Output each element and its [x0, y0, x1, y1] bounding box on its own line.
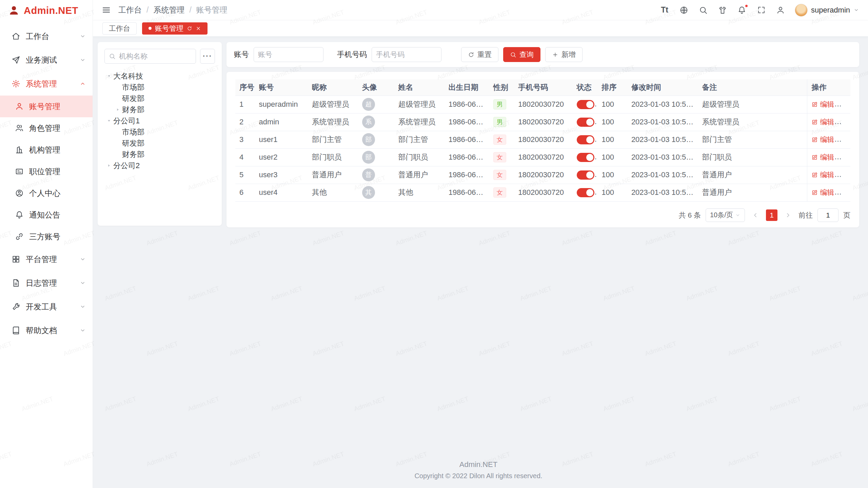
sidebar-item-personal-center[interactable]: 个人中心 — [0, 182, 93, 204]
breadcrumb-item[interactable]: 工作台 — [118, 5, 142, 15]
cell-account: admin — [255, 113, 308, 131]
cell-remark: 超级管理员 — [698, 96, 807, 113]
sidebar-item-platform-mgmt[interactable]: 平台管理 — [0, 247, 93, 271]
sidebar-item-log-mgmt[interactable]: 日志管理 — [0, 271, 93, 295]
reset-button[interactable]: 重置 — [461, 47, 498, 62]
tree-node[interactable]: 研发部 — [104, 138, 215, 149]
status-toggle[interactable] — [577, 188, 594, 197]
status-toggle[interactable] — [577, 100, 594, 109]
tree-node[interactable]: 财务部 — [104, 149, 215, 160]
notification-icon[interactable] — [737, 5, 747, 15]
tree-search-row: ··· — [104, 49, 215, 64]
sidebar-item-account-mgmt[interactable]: 账号管理 — [0, 96, 93, 117]
footer-title: Admin.NET — [98, 460, 859, 469]
sidebar-item-label: 职位管理 — [29, 166, 60, 177]
phone-label: 手机号码 — [337, 49, 367, 60]
breadcrumb-item[interactable]: 系统管理 — [153, 5, 184, 15]
sidebar-item-notice[interactable]: 通知公告 — [0, 204, 93, 226]
status-toggle[interactable] — [577, 153, 594, 162]
tree-node-label: 大名科技 — [113, 71, 143, 81]
theme-icon[interactable] — [717, 5, 728, 15]
sidebar-menu: 工作台业务测试系统管理账号管理角色管理机构管理职位管理个人中心通知公告三方账号平… — [0, 21, 93, 488]
sidebar-item-help-docs[interactable]: 帮助文档 — [0, 319, 93, 342]
account-input[interactable] — [258, 50, 319, 59]
phone-input[interactable] — [376, 50, 437, 59]
account-icon[interactable] — [775, 5, 786, 15]
sidebar-item-label: 日志管理 — [26, 278, 57, 288]
caret-down-icon[interactable] — [104, 74, 113, 78]
page-size-select[interactable]: 10条/页 — [706, 208, 745, 222]
edit-button[interactable]: 编辑 — [811, 170, 834, 180]
sidebar-item-role-mgmt[interactable]: 角色管理 — [0, 117, 93, 139]
column-header: 账号 — [255, 79, 308, 96]
topbar-tools: Tt superadmin — [659, 4, 859, 17]
sidebar-item-workbench[interactable]: 工作台 — [0, 24, 93, 48]
gender-badge: 女 — [493, 187, 506, 198]
add-button[interactable]: 新增 — [545, 47, 583, 62]
caret-right-icon[interactable] — [104, 163, 113, 168]
status-toggle[interactable] — [577, 135, 594, 144]
cell-phone: 18020030720 — [514, 148, 572, 166]
sidebar-item-business-test[interactable]: 业务测试 — [0, 48, 93, 72]
goto-page-input[interactable] — [817, 208, 839, 222]
tree-node[interactable]: 市场部 — [104, 82, 215, 93]
sidebar-item-org-mgmt[interactable]: 机构管理 — [0, 139, 93, 161]
column-header: 昵称 — [308, 79, 358, 96]
menu-collapse-button[interactable] — [102, 5, 111, 15]
tab-refresh-icon[interactable] — [187, 26, 192, 31]
fullscreen-icon[interactable] — [756, 5, 766, 15]
tree-node[interactable]: 分公司1 — [104, 115, 215, 126]
font-size-icon[interactable]: Tt — [659, 5, 670, 15]
cell-seq: 3 — [235, 131, 255, 148]
cell-name: 普通用户 — [394, 166, 445, 184]
edit-button[interactable]: 编辑 — [811, 135, 834, 144]
prev-page-button[interactable] — [750, 209, 761, 221]
tree-node[interactable]: 市场部 — [104, 126, 215, 138]
sidebar-item-third-account[interactable]: 三方账号 — [0, 226, 93, 247]
chevron-down-icon — [80, 327, 86, 333]
org-search-input[interactable] — [119, 52, 192, 60]
search-icon[interactable] — [698, 5, 708, 15]
query-button[interactable]: 查询 — [503, 47, 540, 62]
app-logo[interactable]: Admin.NET — [0, 0, 93, 21]
user-avatar — [795, 4, 808, 17]
edit-button[interactable]: 编辑 — [811, 100, 834, 109]
tree-node-label: 分公司2 — [113, 161, 140, 171]
tree-node-label: 财务部 — [122, 149, 144, 160]
gender-badge: 男 — [493, 99, 506, 109]
column-header: 备注 — [698, 79, 807, 96]
tree-node[interactable]: 财务部 — [104, 104, 215, 115]
edit-button[interactable]: 编辑 — [811, 117, 834, 127]
sidebar-item-position-mgmt[interactable]: 职位管理 — [0, 161, 93, 182]
edit-button[interactable]: 编辑 — [811, 152, 834, 162]
cell-name: 系统管理员 — [394, 113, 445, 131]
sidebar-item-label: 工作台 — [26, 31, 49, 42]
sidebar-item-system-mgmt[interactable]: 系统管理 — [0, 72, 93, 96]
tree-node[interactable]: 研发部 — [104, 93, 215, 104]
cell-sort: 100 — [597, 113, 627, 131]
tab-account-mgmt[interactable]: 账号管理 — [142, 22, 208, 35]
caret-down-icon[interactable] — [104, 119, 113, 123]
caret-right-icon[interactable] — [113, 107, 122, 112]
next-page-button[interactable] — [782, 209, 794, 221]
sidebar-item-label: 通知公告 — [29, 210, 60, 220]
tab-workbench[interactable]: 工作台 — [102, 22, 137, 35]
chevron-up-icon — [80, 81, 86, 87]
row-avatar: 部 — [362, 133, 375, 146]
user-menu[interactable]: superadmin — [795, 4, 859, 17]
cell-birthdate: 1986-06-28 — [445, 96, 489, 113]
cell-seq: 5 — [235, 166, 255, 184]
tab-close-icon[interactable] — [196, 26, 201, 31]
tree-node-label: 研发部 — [122, 94, 144, 104]
edit-button[interactable]: 编辑 — [811, 188, 834, 197]
tree-more-button[interactable]: ··· — [200, 49, 215, 64]
tree-node-label: 市场部 — [122, 82, 144, 93]
sidebar-item-dev-tools[interactable]: 开发工具 — [0, 295, 93, 319]
status-toggle[interactable] — [577, 118, 594, 127]
language-icon[interactable] — [679, 5, 689, 15]
tree-node[interactable]: 大名科技 — [104, 70, 215, 82]
cell-modified: 2023-01-03 10:59:44 — [627, 148, 698, 166]
tree-node[interactable]: 分公司2 — [104, 160, 215, 171]
status-toggle[interactable] — [577, 170, 594, 180]
page-number-current[interactable]: 1 — [766, 209, 777, 221]
